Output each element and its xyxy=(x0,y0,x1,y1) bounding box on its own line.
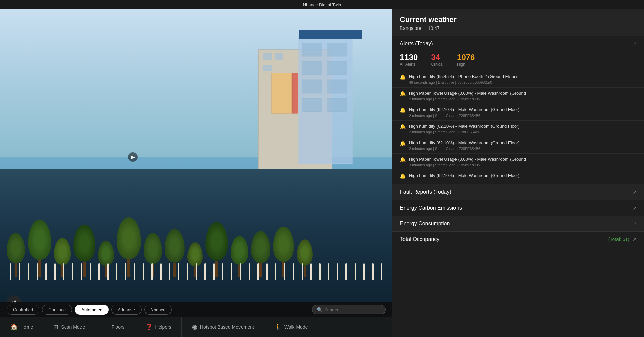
fence-post xyxy=(222,263,223,280)
fault-reports-title: Fault Reports (Today) xyxy=(400,189,451,195)
tab-floors[interactable]: ≡ Floors xyxy=(95,317,135,337)
fence-post xyxy=(328,263,329,280)
fence-post xyxy=(319,263,320,280)
subnav-controlled-button[interactable]: Controlled xyxy=(7,305,39,315)
alert-item: 🔔 High humidity (62.10%) - Male Washroom… xyxy=(392,120,644,137)
fence-post xyxy=(37,263,38,280)
energy-consumption-section: Energy Consumption ↗ xyxy=(392,216,644,232)
subnav-adrianse-button[interactable]: Adrianse xyxy=(111,305,141,315)
critical-label: Critical xyxy=(431,62,443,67)
energy-carbon-section: Energy Carbon Emissions ↗ xyxy=(392,200,644,216)
bottom-tabs: 🏠 Home ⊞ Scan Mode ≡ Floors ❓ Helpers ◉ xyxy=(0,317,392,337)
alert-title: High humidity (65.45%) - Phone Booth 2 (… xyxy=(409,74,637,80)
fence xyxy=(0,260,392,280)
occupancy-header[interactable]: Total Occupancy (Total: 61) ↗ xyxy=(392,232,644,247)
fence-post xyxy=(204,263,206,280)
weather-title: Current weather xyxy=(400,15,637,24)
alert-meta: 3 minutes ago | Smart Clean | F9589778D5 xyxy=(409,163,637,167)
sky xyxy=(0,9,392,157)
right-panel: Current weather Bangalore 10:47 Alerts (… xyxy=(392,9,644,337)
fence-post xyxy=(81,263,82,280)
stat-critical: 34 Critical xyxy=(431,53,443,67)
walk-icon: 🚶 xyxy=(274,323,282,331)
fence-post xyxy=(363,263,365,280)
search-bar[interactable]: 🔍 xyxy=(312,305,386,314)
fence-post xyxy=(98,263,100,280)
alert-bell-icon: 🔔 xyxy=(400,173,406,179)
fence-post xyxy=(310,263,312,280)
fence-post xyxy=(134,263,135,280)
subnav-automated-button[interactable]: Automated xyxy=(75,305,109,315)
energy-consumption-title: Energy Consumption xyxy=(400,221,450,227)
occupancy-title: Total Occupancy xyxy=(400,236,439,242)
alert-content: High Paper Towel Usage (0.00%) - Male Wa… xyxy=(409,156,637,167)
fence-post xyxy=(275,263,276,280)
weather-sub: Bangalore 10:47 xyxy=(400,25,637,31)
occupancy-external-link-icon[interactable]: ↗ xyxy=(633,237,637,242)
viewport: ▶ ↺ Controlled Continue Automated Adrian… xyxy=(0,9,392,337)
alerts-section: Alerts (Today) ↗ 1130 All Alerts 34 Crit… xyxy=(392,36,644,184)
alerts-external-link-icon[interactable]: ↗ xyxy=(633,41,637,46)
fence-post xyxy=(90,263,91,280)
fence-post xyxy=(302,263,303,280)
weather-section: Current weather Bangalore 10:47 xyxy=(392,9,644,36)
energy-consumption-external-link-icon[interactable]: ↗ xyxy=(633,221,637,226)
alert-item: 🔔 High humidity (62.10%) - Male Washroom… xyxy=(392,104,644,120)
occupancy-total-count: (Total: 61) xyxy=(608,237,629,242)
alert-meta: 2 minutes ago | Smart Clean | F28FE654B6 xyxy=(409,147,637,151)
fence-post xyxy=(196,263,197,280)
all-alerts-label: All Alerts xyxy=(400,62,418,67)
alert-bell-icon: 🔔 xyxy=(400,124,406,129)
alert-content: High humidity (62.10%) - Male Washroom (… xyxy=(409,173,637,179)
fence-post xyxy=(337,263,338,280)
alert-title: High humidity (62.10%) - Male Washroom (… xyxy=(409,107,637,113)
subnav-nhance-button[interactable]: Nhance xyxy=(144,305,172,315)
search-input[interactable] xyxy=(324,307,381,312)
tab-helpers-label: Helpers xyxy=(155,324,171,330)
main-container: ▶ ↺ Controlled Continue Automated Adrian… xyxy=(0,9,644,337)
stat-high: 1076 High xyxy=(457,53,475,67)
alert-content: High humidity (65.45%) - Phone Booth 2 (… xyxy=(409,74,637,85)
fence-post xyxy=(187,263,188,280)
critical-count: 34 xyxy=(431,53,443,62)
tab-scan-mode[interactable]: ⊞ Scan Mode xyxy=(43,317,95,337)
alert-meta: 46 seconds ago | Disruptive | c3#2b8crq0… xyxy=(409,80,637,85)
nav-arrow-right[interactable]: ▶ xyxy=(128,152,138,162)
high-label: High xyxy=(457,62,475,67)
alert-title: High humidity (62.10%) - Male Washroom (… xyxy=(409,173,637,179)
alert-meta: 2 minutes ago | Smart Clean | F28FE654B6 xyxy=(409,130,637,134)
fence-post xyxy=(240,263,241,280)
weather-city: Bangalore xyxy=(400,25,421,31)
alert-item: 🔔 High humidity (62.10%) - Male Washroom… xyxy=(392,137,644,153)
alert-meta: 2 minutes ago | Smart Clean | F28FE654B6 xyxy=(409,114,637,118)
alert-content: High humidity (62.10%) - Male Washroom (… xyxy=(409,107,637,117)
alert-content: High humidity (62.10%) - Male Washroom (… xyxy=(409,123,637,134)
energy-carbon-title: Energy Carbon Emissions xyxy=(400,205,462,211)
tab-helpers[interactable]: ❓ Helpers xyxy=(135,317,182,337)
fence-post xyxy=(151,263,153,280)
energy-carbon-external-link-icon[interactable]: ↗ xyxy=(633,205,637,211)
alerts-header[interactable]: Alerts (Today) ↗ xyxy=(392,36,644,51)
alert-item: 🔔 High humidity (65.45%) - Phone Booth 2… xyxy=(392,71,644,87)
energy-consumption-header[interactable]: Energy Consumption ↗ xyxy=(392,216,644,231)
stat-all-alerts: 1130 All Alerts xyxy=(400,53,418,67)
app-title: Nhance Digital Twin xyxy=(303,2,341,7)
total-occupancy-section: Total Occupancy (Total: 61) ↗ xyxy=(392,232,644,247)
fault-reports-section: Fault Reports (Today) ↗ xyxy=(392,184,644,200)
tab-home[interactable]: 🏠 Home xyxy=(0,317,43,337)
title-bar: Nhance Digital Twin xyxy=(0,0,644,9)
fence-post xyxy=(160,263,162,280)
subnav-continue-button[interactable]: Continue xyxy=(42,305,72,315)
fault-reports-header[interactable]: Fault Reports (Today) ↗ xyxy=(392,184,644,200)
fence-post xyxy=(231,263,232,280)
fault-reports-external-link-icon[interactable]: ↗ xyxy=(633,189,637,195)
floors-icon: ≡ xyxy=(105,324,109,331)
alert-content: High humidity (62.10%) - Male Washroom (… xyxy=(409,140,637,151)
tab-walk-mode[interactable]: 🚶 Walk Mode xyxy=(264,317,318,337)
tab-scan-label: Scan Mode xyxy=(61,324,85,330)
energy-carbon-header[interactable]: Energy Carbon Emissions ↗ xyxy=(392,200,644,216)
alert-bell-icon: 🔔 xyxy=(400,107,406,113)
alert-content: High Paper Towel Usage (0.00%) - Male Wa… xyxy=(409,90,637,101)
tab-hotspot[interactable]: ◉ Hotspot Based Movement xyxy=(182,317,264,337)
fence-post xyxy=(10,263,11,280)
